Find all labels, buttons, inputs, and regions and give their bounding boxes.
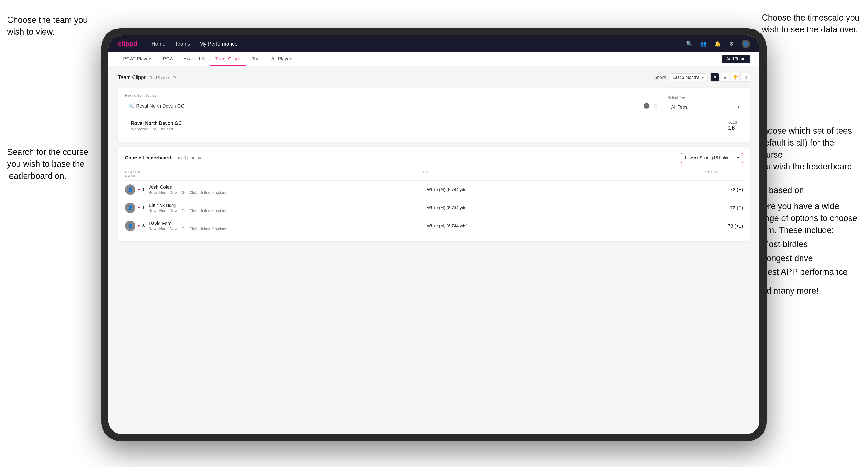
col-header-empty [139, 170, 422, 178]
rank-2: 1 [143, 206, 145, 210]
leaderboard-subtitle: Last 3 months [174, 155, 201, 160]
col-header-player: PLAYER NAME [125, 170, 139, 178]
player-score-2: 72 (E) [705, 205, 743, 211]
annotation-search: Search for the course you wish to base t… [7, 146, 97, 182]
show-select[interactable]: Last 3 months [670, 73, 707, 81]
search-row: Find a Golf Course 🔍 ✕ ☆ Select Tee Al [125, 93, 743, 112]
list-view-btn[interactable]: ☰ [721, 73, 729, 82]
player-club-3: Royal North Devon Golf Club, United King… [149, 227, 427, 231]
annotation-tees: Choose which set of tees (default is all… [757, 125, 861, 196]
col-header-tee: TEE [422, 170, 705, 178]
player-name-3: David Ford [149, 221, 427, 226]
find-course-col: Find a Golf Course 🔍 ✕ ☆ [125, 93, 663, 112]
sub-nav-team-clippd[interactable]: Team Clippd [210, 52, 247, 66]
search-icon-btn[interactable]: 🔍 [685, 40, 693, 48]
score-type-select[interactable]: Lowest Score (18 holes) [681, 153, 743, 162]
player-tee-1: White (M) (6,744 yds) [427, 187, 705, 192]
app-logo: clippd [118, 40, 137, 48]
favourite-heart-1[interactable]: ♥ [138, 187, 140, 192]
player-name-2: Blair McHarg [149, 203, 427, 208]
nav-my-performance[interactable]: My Performance [199, 41, 238, 47]
holes-box: Holes 18 [726, 121, 737, 132]
player-avatar-2: 👤 [125, 203, 135, 213]
player-avatar-3: 👤 [125, 221, 135, 231]
nav-home[interactable]: Home [151, 41, 165, 47]
rank-1: 1 [143, 187, 145, 192]
player-info-1: Josh Coles Royal North Devon Golf Club, … [149, 184, 427, 195]
tee-select[interactable]: All Tees [668, 102, 743, 112]
player-rank-col-2: 👤 ♥ 1 [125, 203, 149, 213]
table-row: 👤 ♥ 1 Blair McHarg Royal North Devon Gol… [125, 199, 743, 217]
show-label: Show: [654, 75, 666, 80]
search-input-wrapper: 🔍 ✕ ☆ [125, 99, 663, 112]
player-avatar-1: 👤 [125, 184, 135, 195]
course-name: Royal North Devon GC [131, 121, 182, 126]
content-header: Team Clippd 14 Players ✎ Show: Last 3 mo… [118, 73, 750, 82]
users-icon-btn[interactable]: 👥 [699, 40, 708, 48]
player-name-1: Josh Coles [149, 184, 427, 190]
view-icons: ⊞ ☰ 🏆 ⬇ [710, 73, 750, 82]
main-content: Team Clippd 14 Players ✎ Show: Last 3 mo… [108, 66, 760, 434]
edit-icon[interactable]: ✎ [173, 75, 177, 80]
annotation-top-left: Choose the team you wish to view. [7, 14, 97, 38]
ipad-screen: clippd Home Teams My Performance 🔍 👥 🔔 ⚙… [108, 35, 760, 434]
nav-icons: 🔍 👥 🔔 ⚙ 👤 [685, 40, 750, 48]
leaderboard-title: Course Leaderboard, [125, 155, 173, 161]
sub-nav: PGAT Players PGA Hcaps 1-5 Team Clippd T… [108, 52, 760, 66]
player-tee-3: White (M) (6,744 yds) [427, 224, 705, 228]
show-controls: Show: Last 3 months ⊞ ☰ 🏆 ⬇ [654, 73, 750, 82]
course-info: Royal North Devon GC Westward Ho!, Engla… [131, 121, 182, 132]
bell-icon-btn[interactable]: 🔔 [713, 40, 722, 48]
grid-view-btn[interactable]: ⊞ [710, 73, 719, 82]
nav-bar: clippd Home Teams My Performance 🔍 👥 🔔 ⚙… [108, 35, 760, 52]
player-tee-2: White (M) (6,744 yds) [427, 206, 705, 210]
settings-icon-btn[interactable]: ⚙ [727, 40, 736, 48]
sub-nav-all-players[interactable]: All Players [266, 52, 299, 66]
favourite-btn[interactable]: ☆ [652, 102, 659, 110]
course-result: Royal North Devon GC Westward Ho!, Engla… [125, 116, 743, 136]
tee-col: Select Tee All Tees ▼ [668, 96, 743, 112]
user-avatar[interactable]: 👤 [742, 40, 750, 48]
ipad-device: clippd Home Teams My Performance 🔍 👥 🔔 ⚙… [101, 28, 767, 441]
tee-select-wrapper: All Tees ▼ [668, 102, 743, 112]
player-rank-col-3: 👤 ♥ 3 [125, 221, 149, 231]
sub-nav-pga[interactable]: PGA [158, 52, 178, 66]
holes-label: Holes [726, 121, 737, 124]
table-row: 👤 ♥ 3 David Ford Royal North Devon Golf … [125, 217, 743, 235]
leaderboard-header: Course Leaderboard, Last 3 months Lowest… [125, 153, 743, 163]
sub-nav-tour[interactable]: Tour [247, 52, 266, 66]
player-club-1: Royal North Devon Golf Club, United King… [149, 191, 427, 195]
search-icon: 🔍 [129, 103, 134, 108]
player-club-2: Royal North Devon Golf Club, United King… [149, 209, 427, 213]
course-location: Westward Ho!, England [131, 127, 182, 132]
team-name: Team Clippd 14 Players [118, 74, 170, 81]
download-btn[interactable]: ⬇ [742, 73, 750, 82]
holes-value: 18 [726, 124, 737, 132]
clear-search-btn[interactable]: ✕ [644, 103, 649, 109]
search-section: Find a Golf Course 🔍 ✕ ☆ Select Tee Al [118, 88, 750, 142]
trophy-btn[interactable]: 🏆 [731, 73, 740, 82]
col-header-score: SCORE [705, 170, 743, 178]
score-type-wrapper: Lowest Score (18 holes) ▼ [681, 153, 743, 163]
tee-label: Select Tee [668, 96, 743, 100]
sub-nav-hcaps[interactable]: Hcaps 1-5 [178, 52, 210, 66]
player-rank-col-1: 👤 ♥ 1 [125, 184, 149, 195]
table-header: PLAYER NAME TEE SCORE [125, 168, 743, 181]
favourite-heart-2[interactable]: ♥ [138, 206, 140, 210]
search-input[interactable] [136, 103, 641, 109]
player-score-1: 72 (E) [705, 187, 743, 192]
table-row: 👤 ♥ 1 Josh Coles Royal North Devon Golf … [125, 181, 743, 199]
find-label: Find a Golf Course [125, 93, 663, 98]
add-team-button[interactable]: Add Team [721, 55, 750, 63]
favourite-heart-3[interactable]: ♥ [138, 224, 140, 228]
player-info-3: David Ford Royal North Devon Golf Club, … [149, 221, 427, 231]
sub-nav-pgat[interactable]: PGAT Players [118, 52, 158, 66]
annotation-options: Here you have a wide range of options to… [757, 200, 861, 297]
player-score-3: 73 (+1) [705, 223, 743, 229]
leaderboard-section: Course Leaderboard, Last 3 months Lowest… [118, 147, 750, 241]
annotation-top-right: Choose the timescale you wish to see the… [762, 12, 861, 36]
rank-3: 3 [143, 224, 145, 228]
nav-links: Home Teams My Performance [151, 41, 685, 47]
nav-teams[interactable]: Teams [175, 41, 190, 47]
player-info-2: Blair McHarg Royal North Devon Golf Club… [149, 203, 427, 213]
